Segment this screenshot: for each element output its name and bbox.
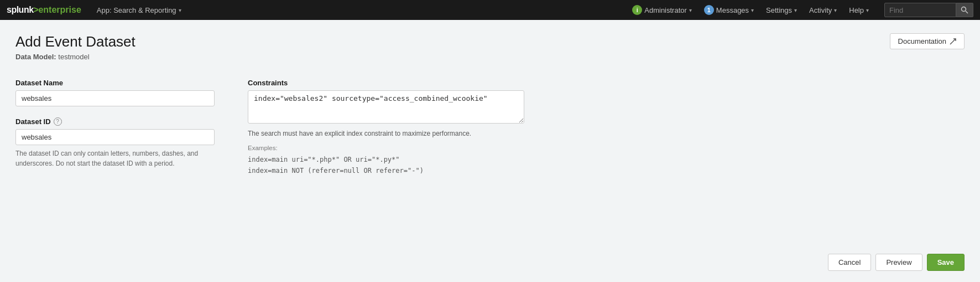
cancel-button[interactable]: Cancel <box>828 254 871 271</box>
app-menu-caret-icon: ▾ <box>179 7 181 13</box>
documentation-button[interactable]: Documentation <box>890 33 965 49</box>
example-line-2: index=main NOT (referer=null OR referer=… <box>248 167 424 175</box>
page-title-section: Add Event Dataset Data Model: testmodel <box>15 33 135 61</box>
dataset-id-hint: The dataset ID can only contain letters,… <box>15 148 215 168</box>
messages-caret-icon: ▾ <box>751 7 754 13</box>
administrator-label: Administrator <box>644 6 687 14</box>
page-content: Add Event Dataset Data Model: testmodel … <box>0 20 980 282</box>
form-body: Dataset Name Dataset ID ? The dataset ID… <box>15 79 965 188</box>
constraints-examples: Examples: index=main uri="*.php*" OR uri… <box>248 143 524 177</box>
constraints-group: Constraints index="websales2" sourcetype… <box>248 79 524 177</box>
save-button[interactable]: Save <box>927 254 965 271</box>
form-right-section: Constraints index="websales2" sourcetype… <box>248 79 524 188</box>
documentation-label: Documentation <box>898 37 946 45</box>
find-button[interactable] <box>956 3 973 17</box>
external-link-icon <box>950 38 956 45</box>
find-section <box>880 3 973 17</box>
page-title: Add Event Dataset <box>15 33 135 50</box>
messages-menu[interactable]: 1 Messages ▾ <box>698 0 759 20</box>
administrator-caret-icon: ▾ <box>689 7 692 13</box>
settings-menu[interactable]: Settings ▾ <box>760 0 802 20</box>
constraints-hint: The search must have an explicit index c… <box>248 129 524 139</box>
help-menu[interactable]: Help ▾ <box>843 0 874 20</box>
find-input[interactable] <box>884 3 956 17</box>
footer-actions: Cancel Preview Save <box>828 254 965 271</box>
search-icon <box>961 6 968 14</box>
top-navigation: splunk>enterprise App: Search & Reportin… <box>0 0 980 20</box>
example-line-1: index=main uri="*.php*" OR uri="*.py*" <box>248 156 400 163</box>
examples-label: Examples: <box>248 145 278 151</box>
messages-badge: 1 <box>704 5 714 15</box>
nav-right-section: i Administrator ▾ 1 Messages ▾ Settings … <box>627 0 973 20</box>
constraints-label: Constraints <box>248 79 524 87</box>
app-menu[interactable]: App: Search & Reporting ▾ <box>90 0 188 20</box>
dataset-name-label: Dataset Name <box>15 79 215 87</box>
activity-menu[interactable]: Activity ▾ <box>804 0 842 20</box>
subtitle-model: testmodel <box>58 53 89 61</box>
enterprise-label: enterprise <box>38 5 81 15</box>
subtitle-prefix: Data Model: <box>15 53 56 61</box>
page-subtitle: Data Model: testmodel <box>15 53 135 61</box>
splunk-wordmark: splunk> <box>7 5 38 15</box>
preview-button[interactable]: Preview <box>875 254 922 271</box>
administrator-badge: i <box>632 5 642 15</box>
help-label: Help <box>849 6 864 14</box>
activity-caret-icon: ▾ <box>834 7 837 13</box>
dataset-id-input[interactable] <box>15 129 215 145</box>
page-header: Add Event Dataset Data Model: testmodel … <box>15 33 965 61</box>
svg-point-0 <box>962 7 966 12</box>
dataset-name-group: Dataset Name <box>15 79 215 106</box>
svg-line-1 <box>966 11 968 13</box>
dataset-name-input[interactable] <box>15 90 215 106</box>
dataset-id-label: Dataset ID ? <box>15 117 215 126</box>
dataset-id-group: Dataset ID ? The dataset ID can only con… <box>15 117 215 168</box>
form-left-section: Dataset Name Dataset ID ? The dataset ID… <box>15 79 215 188</box>
dataset-id-help-icon[interactable]: ? <box>54 117 62 126</box>
activity-label: Activity <box>809 6 832 14</box>
constraints-input[interactable]: index="websales2" sourcetype="access_com… <box>248 90 524 124</box>
messages-label: Messages <box>716 6 749 14</box>
help-caret-icon: ▾ <box>866 7 869 13</box>
settings-label: Settings <box>766 6 792 14</box>
settings-caret-icon: ▾ <box>794 7 797 13</box>
brand-logo[interactable]: splunk>enterprise <box>7 5 81 15</box>
app-label: App: Search & Reporting <box>97 6 176 14</box>
administrator-menu[interactable]: i Administrator ▾ <box>627 0 697 20</box>
